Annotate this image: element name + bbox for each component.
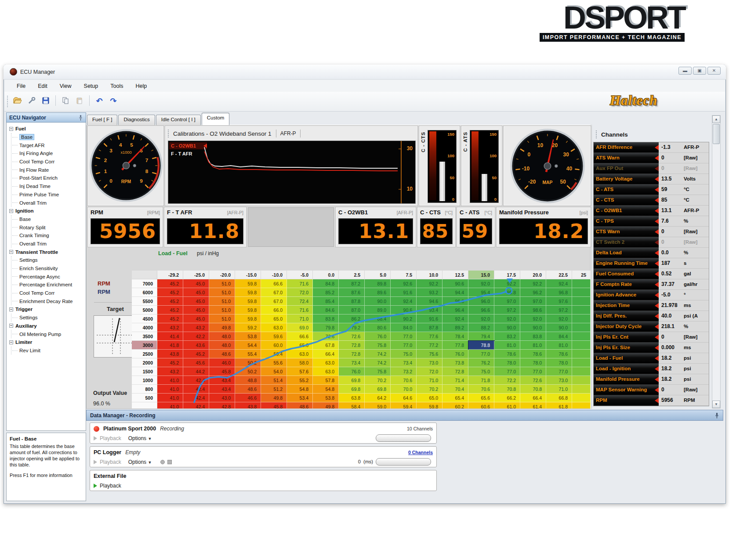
table-cell[interactable]: 43.0	[209, 394, 235, 402]
table-cell[interactable]: 63.0	[313, 367, 339, 376]
table-cell[interactable]: 51.0	[209, 279, 235, 288]
table-cell[interactable]: 48.0	[209, 341, 235, 350]
table-cell[interactable]: 73.4	[339, 358, 365, 367]
channel-row-load-ignition[interactable]: Load - Ignition18.2psi	[594, 364, 709, 374]
table-cell[interactable]: 66.6	[261, 279, 287, 288]
table-cell[interactable]: 51.4	[261, 376, 287, 385]
table-cell[interactable]: 59.4	[261, 350, 287, 358]
table-cell[interactable]: 70.6	[391, 376, 417, 385]
table-cell[interactable]: 72.0	[287, 288, 313, 297]
table-cell[interactable]: 87.6	[339, 288, 365, 297]
table-cell[interactable]: 97.2	[546, 306, 572, 314]
table-cell[interactable]: 72.6	[520, 376, 546, 385]
table-cell[interactable]: 41.0	[157, 394, 183, 402]
tree-item-fuel-inj-flow-rate[interactable]: Inj Flow Rate	[11, 166, 86, 174]
table-cell[interactable]: 59.8	[235, 314, 261, 323]
table-cell[interactable]: 43.4	[209, 385, 235, 394]
table-cell[interactable]: 69.8	[339, 376, 365, 385]
tree-item-ignition-crank-timing[interactable]: Crank Timing	[11, 231, 86, 240]
channels-link[interactable]: 0 Channels	[408, 450, 433, 455]
table-cell[interactable]: 95.8	[494, 288, 520, 297]
table-cell[interactable]: 42.4	[183, 385, 209, 394]
table-cell[interactable]: 50.2	[235, 358, 261, 367]
playback-button[interactable]: Playback	[100, 435, 121, 441]
table-cell[interactable]: 59.8	[235, 306, 261, 314]
column-header-25-0[interactable]: -25.0	[183, 271, 209, 279]
table-cell[interactable]: 45.2	[157, 297, 183, 306]
table-cell[interactable]: 45.2	[157, 288, 183, 297]
table-cell[interactable]: 45.0	[183, 297, 209, 306]
column-header-5-0[interactable]: 5.0	[365, 271, 391, 279]
table-cell[interactable]: 51.0	[209, 297, 235, 306]
table-cell[interactable]: 92.4	[391, 297, 417, 306]
table-cell[interactable]: 43.8	[157, 350, 183, 358]
row-header-4000[interactable]: 4000	[132, 323, 157, 332]
table-cell[interactable]: 84.0	[391, 323, 417, 332]
table-cell[interactable]: 92.0	[494, 314, 520, 323]
table-cell[interactable]: 71.0	[287, 314, 313, 323]
table-cell[interactable]: 89.8	[365, 279, 391, 288]
stop-icon[interactable]	[167, 460, 172, 464]
table-cell[interactable]: 54.4	[235, 341, 261, 350]
table-cell[interactable]: 49.8	[261, 394, 287, 402]
open-file-button[interactable]	[11, 94, 24, 107]
table-cell[interactable]: 83.8	[520, 332, 546, 341]
playback-button[interactable]: Playback	[100, 459, 121, 465]
channel-row-inj-pls-er-cnt[interactable]: Inj Pls Er. Cnt0[Raw]	[594, 332, 709, 343]
table-cell[interactable]: 58.0	[287, 358, 313, 367]
table-cell[interactable]: 43.2	[183, 323, 209, 332]
table-cell[interactable]: 45.2	[157, 314, 183, 323]
table-cell[interactable]: 78.0	[494, 358, 520, 367]
table-cell[interactable]: 90.2	[391, 314, 417, 323]
tree-item-limiter-rev-limit[interactable]: Rev Limit	[11, 347, 86, 355]
table-cell[interactable]: 90.0	[365, 297, 391, 306]
table-cell[interactable]: 45.0	[183, 288, 209, 297]
table-cell[interactable]: 51.0	[209, 314, 235, 323]
channel-row-c-o2wb1[interactable]: C - O2WB113.1AFR-P	[594, 206, 709, 216]
table-cell[interactable]: 71.0	[546, 385, 572, 394]
row-header-800[interactable]: 800	[132, 385, 157, 394]
table-cell[interactable]: 70.6	[468, 385, 494, 394]
collapse-icon[interactable]: −	[9, 324, 13, 328]
channel-row-ats-warn[interactable]: ATS Warn0[Raw]	[594, 153, 709, 163]
options-button[interactable]: Options ▼	[128, 435, 152, 441]
table-cell[interactable]: 45.8	[261, 402, 287, 408]
table-cell[interactable]: 59.8	[235, 279, 261, 288]
table-cell[interactable]: 59.8	[235, 288, 261, 297]
table-cell[interactable]: 98.6	[520, 306, 546, 314]
column-header-15-0[interactable]: -15.0	[235, 271, 261, 279]
tree-node-trigger[interactable]: −Trigger	[9, 305, 86, 314]
table-cell[interactable]: 43.6	[183, 341, 209, 350]
table-cell[interactable]: 41.0	[157, 402, 183, 408]
table-cell[interactable]: 73.8	[442, 358, 468, 367]
table-cell[interactable]: 41.4	[157, 332, 183, 341]
table-cell[interactable]: 79.8	[313, 323, 339, 332]
table-cell[interactable]: 89.6	[365, 288, 391, 297]
menu-item-edit[interactable]: Edit	[32, 81, 54, 91]
table-cell[interactable]: 67.8	[313, 341, 339, 350]
table-cell[interactable]: 90.6	[391, 306, 417, 314]
row-header-5000[interactable]: 5000	[132, 306, 157, 314]
menu-item-tools[interactable]: Tools	[104, 81, 129, 91]
table-cell[interactable]: 41.0	[157, 376, 183, 385]
table-cell[interactable]: 51.0	[209, 306, 235, 314]
minimize-button[interactable]: ▬	[678, 67, 692, 75]
table-cell[interactable]: 75.8	[365, 367, 391, 376]
tree-item-fuel-overall-trim[interactable]: Overall Trim	[11, 199, 86, 207]
table-cell[interactable]: 42.8	[209, 402, 235, 408]
row-header-4500[interactable]: 4500	[132, 314, 157, 323]
table-cell[interactable]: 97.6	[546, 297, 572, 306]
row-header-7000[interactable]: 7000	[132, 279, 157, 288]
table-cell[interactable]: 92.4	[546, 279, 572, 288]
table-cell[interactable]: 76.2	[468, 358, 494, 367]
table-cell[interactable]: 65.4	[442, 394, 468, 402]
table-cell[interactable]: 72.8	[339, 341, 365, 350]
row-header-2000[interactable]: 2000	[132, 358, 157, 367]
row-header-3000[interactable]: 3000	[132, 341, 157, 350]
table-cell[interactable]: 75.6	[417, 350, 442, 358]
table-cell[interactable]: 43.4	[209, 376, 235, 385]
table-cell[interactable]: 85.4	[313, 297, 339, 306]
table-cell[interactable]: 97.2	[494, 306, 520, 314]
table-cell[interactable]: 55.6	[261, 358, 287, 367]
table-cell[interactable]: 76.0	[339, 367, 365, 376]
